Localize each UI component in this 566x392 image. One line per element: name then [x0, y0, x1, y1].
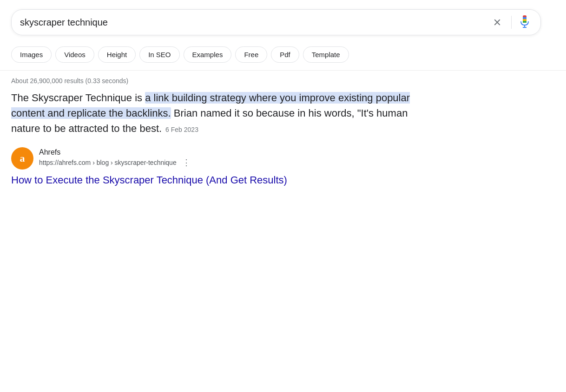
chips-container: ImagesVideosHeightIn SEOExamplesFreePdfT… — [0, 43, 566, 71]
main-content: The Skyscraper Technique is a link build… — [0, 88, 566, 199]
search-input[interactable]: skyscraper technique — [20, 17, 489, 28]
search-divider — [511, 16, 512, 29]
microphone-icon — [519, 15, 530, 30]
chip-videos[interactable]: Videos — [55, 46, 94, 63]
microphone-button[interactable] — [517, 13, 532, 32]
source-menu-button[interactable]: ⋮ — [180, 157, 192, 169]
chip-free[interactable]: Free — [235, 46, 267, 63]
search-clear-button[interactable] — [489, 16, 506, 29]
source-info: Ahrefs https://ahrefs.com › blog › skysc… — [39, 148, 192, 169]
chip-height[interactable]: Height — [98, 46, 136, 63]
source-url-row: https://ahrefs.com › blog › skyscraper-t… — [39, 157, 192, 169]
result-title[interactable]: How to Execute the Skyscraper Technique … — [11, 174, 287, 186]
source-name: Ahrefs — [39, 148, 192, 157]
svg-rect-4 — [523, 21, 527, 23]
chip-examples[interactable]: Examples — [184, 46, 232, 63]
chip-pdf[interactable]: Pdf — [271, 46, 299, 63]
chip-images[interactable]: Images — [11, 46, 52, 63]
svg-rect-5 — [523, 19, 527, 21]
svg-rect-3 — [523, 15, 527, 17]
results-info: About 26,900,000 results (0.33 seconds) — [0, 71, 566, 88]
source-url: https://ahrefs.com › blog › skyscraper-t… — [39, 159, 177, 166]
featured-date: 6 Feb 2023 — [165, 126, 198, 133]
featured-snippet: The Skyscraper Technique is a link build… — [11, 90, 429, 136]
chip-template[interactable]: Template — [303, 46, 349, 63]
featured-text-before: The Skyscraper Technique is — [11, 92, 145, 104]
close-icon — [493, 18, 502, 27]
chip-in-seo[interactable]: In SEO — [139, 46, 179, 63]
result-source: a Ahrefs https://ahrefs.com › blog › sky… — [11, 147, 555, 170]
featured-text: The Skyscraper Technique is a link build… — [11, 90, 429, 136]
search-box: skyscraper technique — [11, 9, 541, 35]
search-bar-container: skyscraper technique — [0, 0, 566, 43]
site-icon: a — [11, 147, 33, 170]
